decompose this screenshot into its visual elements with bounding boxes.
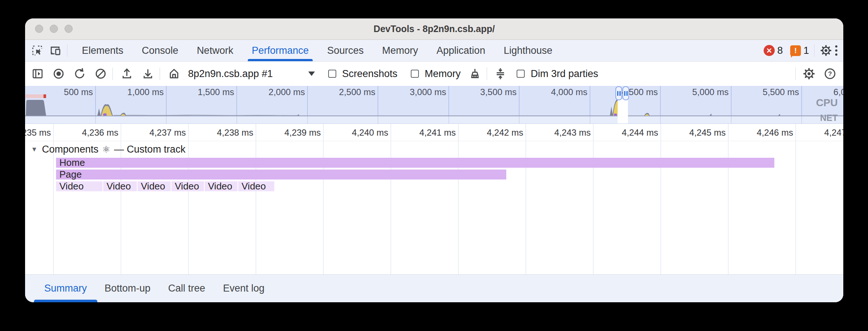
toolbar-checkbox[interactable]: Screenshots xyxy=(328,68,397,80)
component-timing-bar[interactable]: Video xyxy=(138,181,171,191)
custom-track-header[interactable]: ▼ Components ⚛ — Custom track xyxy=(31,144,185,155)
panel-tabs: ElementsConsoleNetworkPerformanceSources… xyxy=(73,40,562,61)
ruler-tick-label: 4,238 ms xyxy=(217,128,256,138)
bottom-tab[interactable]: Bottom-up xyxy=(96,275,160,302)
panel-tab[interactable]: Elements xyxy=(73,40,133,61)
overview-tick-label: 6,000 ms xyxy=(833,87,843,97)
dim-3rd-parties-checkbox[interactable]: Dim 3rd parties xyxy=(517,68,598,80)
panel-tab[interactable]: Memory xyxy=(373,40,427,61)
load-profile-button[interactable] xyxy=(120,67,133,80)
ruler-tick-label: 4,244 ms xyxy=(622,128,660,138)
toolbar-checkboxes: Screenshots Memory xyxy=(315,68,461,80)
ruler-tick-label: 4,243 ms xyxy=(554,128,593,138)
title-bar: DevTools - 8p2n9n.csb.app/ xyxy=(25,18,843,40)
home-icon xyxy=(167,67,181,80)
divider xyxy=(795,67,796,80)
divider xyxy=(160,67,160,80)
reload-icon xyxy=(73,67,86,80)
performance-settings-button[interactable] xyxy=(802,67,816,80)
bottom-tabs: SummaryBottom-upCall treeEvent log xyxy=(35,275,273,302)
checkbox[interactable] xyxy=(517,70,525,78)
component-timing-bar[interactable]: Home xyxy=(56,158,774,168)
upload-icon xyxy=(120,67,133,80)
record-icon xyxy=(52,67,65,80)
track-subtitle: — Custom track xyxy=(114,144,185,155)
overview-tick-label: 2,000 ms xyxy=(268,87,307,97)
reload-and-record-button[interactable] xyxy=(73,67,86,80)
inspect-element-button[interactable] xyxy=(31,44,44,57)
broom-icon xyxy=(468,67,482,80)
target-selector[interactable]: 8p2n9n.csb.app #1 xyxy=(188,68,315,80)
timeline-detail[interactable]: 4,235 ms4,236 ms4,237 ms4,238 ms4,239 ms… xyxy=(25,124,843,274)
panel-tab[interactable]: Lighthouse xyxy=(494,40,562,61)
divider xyxy=(814,44,815,57)
save-profile-button[interactable] xyxy=(141,67,154,80)
error-badge-icon[interactable]: ✕ xyxy=(764,45,775,56)
gear-icon xyxy=(820,44,832,57)
bottom-tab-bar: SummaryBottom-upCall treeEvent log xyxy=(25,274,843,302)
ruler-tick-label: 4,241 ms xyxy=(419,128,458,138)
selection-left-handle[interactable] xyxy=(615,86,622,100)
component-timing-bar[interactable]: Video xyxy=(103,181,137,191)
ruler-tick-label: 4,245 ms xyxy=(689,128,728,138)
ruler-tick-label: 4,237 ms xyxy=(149,128,188,138)
toolbar-right: ? xyxy=(790,67,837,80)
component-timing-bar[interactable]: Video xyxy=(56,181,103,191)
checkbox-label: Memory xyxy=(425,68,461,80)
overview-network-lane xyxy=(25,116,843,123)
component-timing-bar[interactable]: Video xyxy=(205,181,237,191)
bottom-tab[interactable]: Event log xyxy=(214,275,274,302)
overview-tick-label: 5,000 ms xyxy=(692,87,731,97)
gear-icon xyxy=(802,67,816,80)
ruler-tick-label: 4,235 ms xyxy=(25,128,53,138)
selection-right-handle[interactable] xyxy=(622,86,629,100)
net-lane-label: NET xyxy=(820,113,838,123)
error-count[interactable]: 8 xyxy=(777,45,783,56)
toggle-device-toolbar-button[interactable] xyxy=(49,44,62,57)
overview-tick-label: 3,000 ms xyxy=(410,87,448,97)
tab-bar-right: ✕ 8 ! 1 xyxy=(764,44,837,57)
question-icon: ? xyxy=(823,67,837,80)
collapse-sections-button[interactable] xyxy=(494,67,507,80)
panel-tab[interactable]: Network xyxy=(188,40,243,61)
settings-button[interactable] xyxy=(820,44,832,57)
component-timing-bar[interactable]: Video xyxy=(238,181,274,191)
panel-tab[interactable]: Application xyxy=(427,40,494,61)
ruler-tick-label: 4,247 ms xyxy=(824,128,843,138)
component-timing-bar[interactable]: Video xyxy=(171,181,204,191)
checkbox[interactable] xyxy=(411,70,419,78)
panel-tab[interactable]: Console xyxy=(133,40,188,61)
home-button[interactable] xyxy=(167,67,181,80)
bottom-tab[interactable]: Call tree xyxy=(159,275,214,302)
react-atom-icon: ⚛ xyxy=(102,144,110,155)
collapse-triangle-icon[interactable]: ▼ xyxy=(31,146,38,153)
component-timing-bar[interactable]: Page xyxy=(56,170,506,180)
devtools-window: DevTools - 8p2n9n.csb.app/ ElementsConso… xyxy=(25,18,843,302)
help-button[interactable]: ? xyxy=(823,67,837,80)
divider xyxy=(487,67,487,80)
timeline-overview[interactable]: 500 ms1,000 ms1,500 ms2,000 ms2,500 ms3,… xyxy=(25,86,843,124)
toolbar-checkbox[interactable]: Memory xyxy=(411,68,461,80)
dock-panel-icon xyxy=(31,67,44,80)
window-title: DevTools - 8p2n9n.csb.app/ xyxy=(25,18,843,39)
warning-count[interactable]: 1 xyxy=(803,45,809,56)
overview-tick-label: 1,500 ms xyxy=(198,87,236,97)
inspect-icon xyxy=(31,44,44,57)
overview-tick-label: 4,000 ms xyxy=(551,87,590,97)
more-options-button[interactable] xyxy=(835,45,837,56)
bottom-tab[interactable]: Summary xyxy=(35,275,96,302)
record-button[interactable] xyxy=(52,67,65,80)
panel-tab[interactable]: Sources xyxy=(318,40,373,61)
custom-track-area[interactable]: ▼ Components ⚛ — Custom track HomePageVi… xyxy=(25,141,843,274)
toggle-sidebar-button[interactable] xyxy=(31,67,44,80)
panel-tab[interactable]: Performance xyxy=(243,40,318,61)
collapse-icon xyxy=(494,67,507,80)
clear-button[interactable] xyxy=(94,67,107,80)
overview-tick-label: 5,500 ms xyxy=(763,87,801,97)
warning-badge-icon[interactable]: ! xyxy=(790,45,801,56)
selection-range[interactable] xyxy=(618,99,628,123)
checkbox[interactable] xyxy=(328,70,336,78)
track-title: Components xyxy=(42,144,98,155)
cpu-lane-label: CPU xyxy=(816,97,838,109)
collect-garbage-button[interactable] xyxy=(468,67,482,80)
